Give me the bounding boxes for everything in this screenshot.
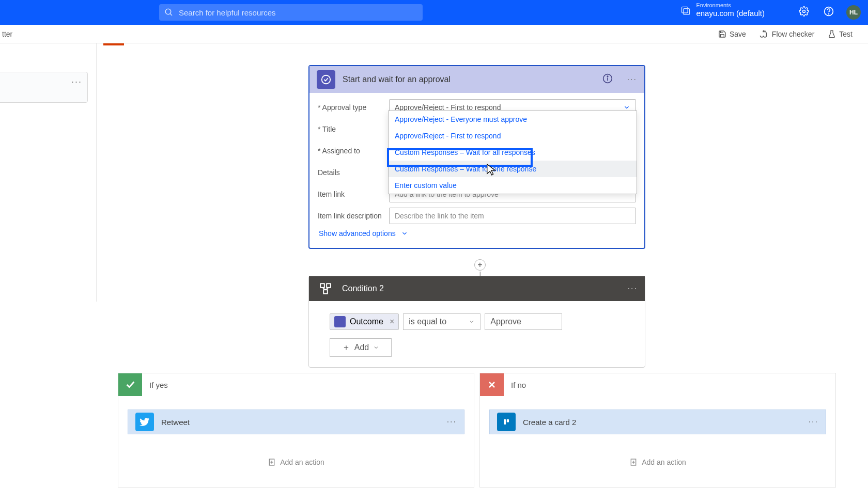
add-action-icon: [268, 458, 276, 466]
svg-rect-3: [684, 8, 690, 14]
add-action-button[interactable]: Add an action: [489, 458, 826, 466]
condition-header[interactable]: Condition 2 ···: [309, 276, 645, 301]
check-icon: [118, 373, 142, 396]
action-title: Retweet: [161, 418, 440, 427]
condition-left-token[interactable]: Outcome ×: [330, 313, 399, 330]
environment-label: Environments: [696, 2, 765, 9]
designer-canvas[interactable]: ··· Start and wait for an approval ··· A…: [0, 43, 868, 488]
svg-point-4: [803, 10, 805, 13]
if-yes-header[interactable]: If yes: [118, 373, 474, 396]
svg-point-12: [607, 76, 608, 77]
divider: [96, 43, 97, 302]
flow-checker-icon: [760, 29, 769, 39]
save-button[interactable]: Save: [718, 29, 746, 39]
svg-point-0: [165, 9, 171, 14]
if-no-header[interactable]: If no: [480, 373, 835, 396]
svg-rect-15: [323, 290, 328, 294]
breadcrumb-fragment: tter: [2, 30, 12, 38]
gear-icon[interactable]: [799, 6, 809, 17]
add-label: Add: [354, 343, 369, 352]
details-label: Details: [318, 168, 340, 177]
more-icon[interactable]: ···: [71, 76, 82, 87]
add-action-label: Add an action: [280, 458, 324, 466]
collapsed-prior-step[interactable]: ···: [0, 72, 88, 103]
item-link-desc-input[interactable]: Describe the link to the item: [389, 208, 636, 224]
test-label: Test: [839, 30, 853, 38]
if-yes-branch: If yes Retweet ··· Add an action: [118, 373, 474, 487]
token-label: Outcome: [350, 317, 383, 326]
operator-value: is equal to: [409, 317, 446, 326]
condition-operator-select[interactable]: is equal to: [403, 313, 481, 330]
dropdown-option[interactable]: Approve/Reject - First to respond: [389, 128, 637, 144]
trello-icon: [497, 413, 516, 431]
svg-rect-2: [682, 7, 688, 13]
dropdown-option[interactable]: Custom Responses – Wait for all response…: [389, 144, 637, 161]
search-box[interactable]: [159, 4, 423, 21]
show-advanced-toggle[interactable]: Show advanced options: [318, 229, 636, 238]
add-action-icon: [629, 458, 638, 466]
condition-value: Approve: [490, 317, 521, 326]
action-title: Create a card 2: [523, 418, 801, 427]
approvals-token-icon: [334, 316, 346, 327]
create-card-action-card[interactable]: Create a card 2 ···: [489, 410, 826, 434]
approval-type-label: Approval type: [318, 103, 366, 112]
show-advanced-label: Show advanced options: [319, 229, 396, 238]
dropdown-option[interactable]: Custom Responses – Wait for one response: [389, 161, 637, 177]
svg-point-6: [829, 14, 829, 14]
approvals-icon: [317, 70, 335, 89]
assigned-to-label: Assigned to: [318, 147, 360, 155]
dropdown-option-custom[interactable]: Enter custom value: [389, 177, 637, 194]
svg-rect-23: [503, 418, 510, 426]
search-input[interactable]: [179, 8, 423, 17]
add-action-label: Add an action: [642, 458, 686, 466]
flow-checker-label: Flow checker: [772, 30, 814, 38]
twitter-icon: [135, 413, 154, 431]
suite-bar: Environments enayu.com (default) HL: [0, 0, 868, 25]
if-yes-title: If yes: [149, 381, 168, 389]
save-label: Save: [730, 30, 746, 38]
svg-rect-13: [320, 284, 324, 288]
command-bar: tter Save Flow checker Test: [0, 25, 868, 43]
environment-icon: [680, 5, 691, 15]
add-condition-button[interactable]: ＋ Add: [330, 338, 392, 357]
remove-token-icon[interactable]: ×: [390, 317, 394, 326]
more-icon[interactable]: ···: [447, 417, 457, 427]
info-icon[interactable]: [602, 73, 613, 86]
environment-picker[interactable]: Environments enayu.com (default): [680, 2, 765, 18]
condition-value-input[interactable]: Approve: [485, 313, 562, 330]
svg-rect-14: [327, 284, 331, 288]
condition-title: Condition 2: [342, 284, 621, 293]
chevron-down-icon: [623, 104, 630, 111]
svg-point-9: [322, 75, 331, 84]
retweet-action-card[interactable]: Retweet ···: [128, 410, 464, 434]
approval-type-dropdown: Approve/Reject - Everyone must approve A…: [388, 111, 637, 194]
more-icon[interactable]: ···: [628, 284, 638, 293]
item-link-label: Item link: [318, 190, 345, 198]
chevron-down-icon: [469, 319, 475, 325]
test-button[interactable]: Test: [828, 29, 853, 39]
plus-icon: ＋: [342, 342, 350, 353]
condition-icon: [316, 279, 335, 298]
svg-rect-24: [504, 419, 506, 424]
item-link-desc-label: Item link description: [318, 212, 382, 220]
help-icon[interactable]: [824, 6, 834, 17]
beaker-icon: [828, 30, 836, 38]
avatar[interactable]: HL: [846, 5, 861, 20]
close-icon: [480, 373, 504, 396]
if-no-branch: If no Create a card 2 ··· Add an action: [479, 373, 836, 487]
environment-value: enayu.com (default): [696, 9, 765, 18]
add-action-button[interactable]: Add an action: [128, 458, 464, 466]
save-icon: [718, 30, 726, 38]
chevron-down-icon: [373, 344, 379, 351]
more-icon[interactable]: ···: [809, 417, 818, 427]
dropdown-option[interactable]: Approve/Reject - Everyone must approve: [389, 111, 637, 128]
svg-rect-25: [507, 419, 509, 422]
flow-checker-button[interactable]: Flow checker: [760, 29, 814, 39]
if-no-title: If no: [511, 381, 526, 389]
approval-header[interactable]: Start and wait for an approval ···: [309, 66, 644, 93]
more-icon[interactable]: ···: [627, 75, 637, 84]
chevron-down-icon: [401, 230, 408, 237]
connector: + ↓: [474, 259, 486, 277]
search-icon: [164, 8, 174, 17]
title-label: Title: [318, 125, 336, 133]
